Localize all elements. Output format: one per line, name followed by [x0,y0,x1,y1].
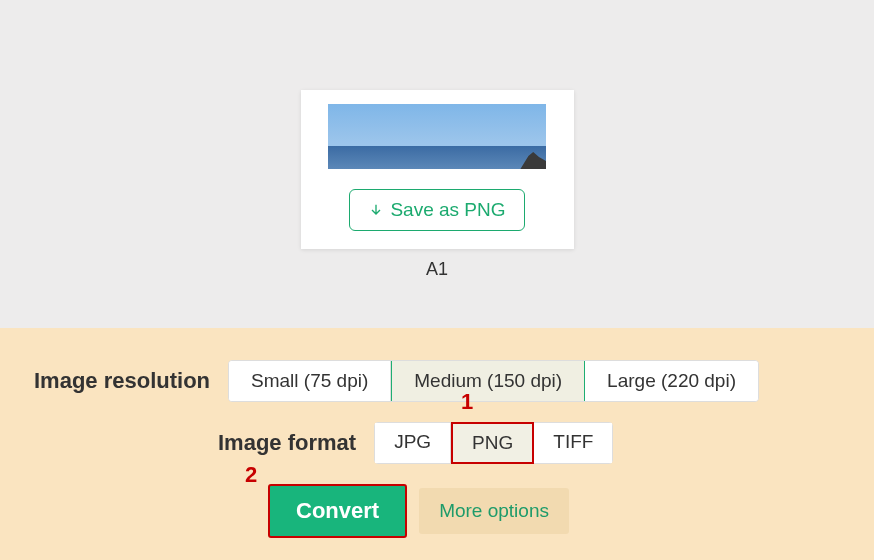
annotation-marker-2: 2 [245,462,257,488]
preview-area: Save as PNG A1 [0,0,874,328]
format-options: JPG PNG TIFF [374,422,613,464]
save-button-label: Save as PNG [390,199,505,221]
resolution-options: Small (75 dpi) Medium (150 dpi) Large (2… [228,360,759,402]
thumbnail-sea [328,146,546,169]
preview-caption: A1 [426,259,448,280]
resolution-label: Image resolution [34,368,210,394]
more-options-button[interactable]: More options [419,488,569,534]
download-arrow-icon [368,202,384,218]
format-option-tiff[interactable]: TIFF [534,423,612,463]
format-option-png[interactable]: PNG [451,422,534,464]
annotation-marker-1: 1 [461,389,473,415]
resolution-option-large[interactable]: Large (220 dpi) [585,361,758,401]
format-label: Image format [218,430,356,456]
convert-row: Convert More options [268,484,840,538]
format-option-jpg[interactable]: JPG [375,423,451,463]
resolution-row: Image resolution Small (75 dpi) Medium (… [34,360,840,402]
format-row: Image format JPG PNG TIFF [218,422,840,464]
convert-button[interactable]: Convert [268,484,407,538]
resolution-option-small[interactable]: Small (75 dpi) [229,361,391,401]
settings-panel: Image resolution Small (75 dpi) Medium (… [0,328,874,560]
preview-card: Save as PNG [301,90,574,249]
save-as-png-button[interactable]: Save as PNG [349,189,524,231]
preview-thumbnail [328,104,546,169]
resolution-option-medium[interactable]: Medium (150 dpi) [391,360,585,402]
